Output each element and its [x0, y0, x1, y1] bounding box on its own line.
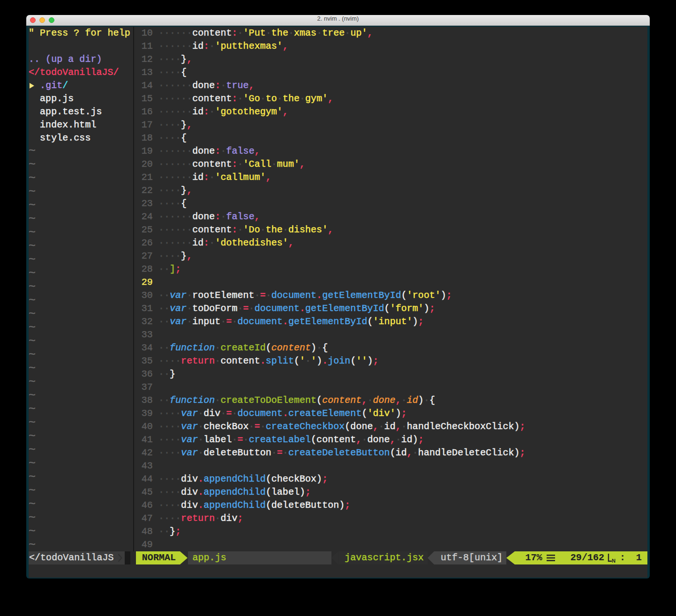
svg-text:N: N — [612, 558, 616, 564]
